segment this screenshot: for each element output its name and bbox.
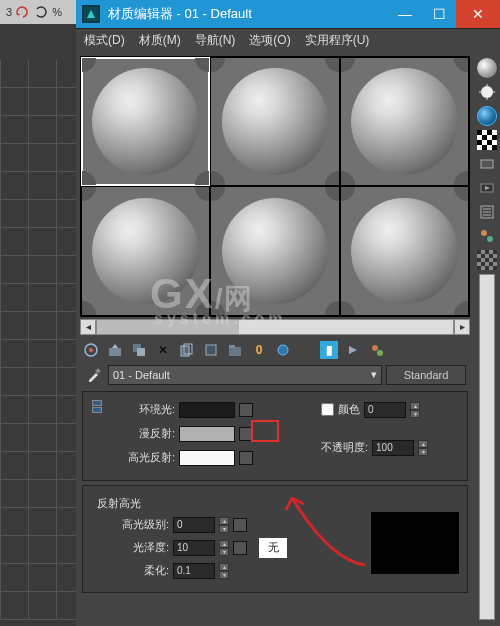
make-preview-icon[interactable]: [477, 178, 497, 198]
ambient-map-button[interactable]: [239, 403, 253, 417]
go-forward-icon[interactable]: [344, 341, 362, 359]
shader-type-button[interactable]: Standard: [386, 365, 466, 385]
svg-point-15: [481, 86, 493, 98]
svg-point-11: [278, 345, 288, 355]
sample-slot-4[interactable]: [81, 186, 210, 315]
svg-rect-16: [481, 160, 493, 168]
color-checkbox[interactable]: [321, 403, 334, 416]
sample-slot-1[interactable]: [81, 57, 210, 186]
sidebar-vscroll[interactable]: [479, 274, 495, 620]
specular-highlight-title: 反射高光: [97, 496, 461, 511]
color-spinner[interactable]: 0: [364, 402, 406, 418]
select-by-material-icon[interactable]: [477, 226, 497, 246]
material-editor-window: 材质编辑器 - 01 - Default — ☐ ✕ 模式(D) 材质(M) 导…: [76, 0, 500, 626]
backlight-icon[interactable]: [477, 82, 497, 102]
specular-level-arrows[interactable]: ▴▾: [219, 517, 229, 533]
material-toolbar: ✕ 0 ▮: [80, 337, 470, 363]
eyedropper-icon[interactable]: [84, 365, 104, 385]
maximize-button[interactable]: ☐: [422, 0, 456, 28]
ambient-diffuse-lock-icon[interactable]: [89, 400, 105, 472]
menubar: 模式(D) 材质(M) 导航(N) 选项(O) 实用程序(U): [76, 28, 500, 52]
svg-point-12: [372, 345, 378, 351]
specular-label: 高光反射:: [113, 450, 175, 465]
svg-point-20: [487, 236, 493, 242]
material-name: 01 - Default: [113, 369, 170, 381]
menu-utilities[interactable]: 实用程序(U): [305, 32, 370, 49]
diffuse-color-swatch[interactable]: [179, 426, 235, 442]
sample-type-icon[interactable]: [477, 58, 497, 78]
annotation-highlight-box: [251, 420, 279, 442]
menu-navigate[interactable]: 导航(N): [195, 32, 236, 49]
none-button[interactable]: 无: [259, 538, 287, 558]
rotate-icon: [34, 5, 48, 19]
ambient-color-swatch[interactable]: [179, 402, 235, 418]
glossiness-spinner[interactable]: 10: [173, 540, 215, 556]
opacity-label: 不透明度:: [321, 440, 368, 455]
soften-arrows[interactable]: ▴▾: [219, 563, 229, 579]
put-to-scene-icon[interactable]: [106, 341, 124, 359]
minimize-button[interactable]: —: [388, 0, 422, 28]
sample-hscroll[interactable]: ◂ ▸: [80, 319, 470, 335]
specular-level-spinner[interactable]: 0: [173, 517, 215, 533]
svg-rect-8: [206, 345, 216, 355]
sample-slot-3[interactable]: [340, 57, 469, 186]
reset-map-icon[interactable]: ✕: [154, 341, 172, 359]
material-name-select[interactable]: 01 - Default: [108, 365, 382, 385]
pick-from-object-icon[interactable]: [368, 341, 386, 359]
material-id-icon[interactable]: 0: [250, 341, 268, 359]
scroll-left-arrow[interactable]: ◂: [80, 319, 96, 335]
video-color-check-icon[interactable]: [477, 154, 497, 174]
specular-map-button[interactable]: [239, 451, 253, 465]
window-titlebar[interactable]: 材质编辑器 - 01 - Default — ☐ ✕: [76, 0, 500, 28]
show-end-result-icon[interactable]: [298, 342, 314, 358]
opacity-spinner-arrows[interactable]: ▴▾: [418, 440, 428, 456]
assign-to-selection-icon[interactable]: [130, 341, 148, 359]
material-map-navigator-icon[interactable]: [477, 250, 497, 270]
viewport-zoom-readout: 3 %: [0, 0, 76, 24]
sidebar-tools: [474, 52, 500, 626]
ambient-label: 环境光:: [113, 402, 175, 417]
specular-color-swatch[interactable]: [179, 450, 235, 466]
soften-label: 柔化:: [89, 563, 169, 578]
svg-rect-10: [229, 345, 235, 348]
close-button[interactable]: ✕: [456, 0, 500, 28]
svg-rect-5: [137, 348, 145, 356]
menu-options[interactable]: 选项(O): [249, 32, 290, 49]
app-icon: [82, 5, 100, 23]
window-title: 材质编辑器 - 01 - Default: [108, 5, 388, 23]
put-to-library-icon[interactable]: [226, 341, 244, 359]
specular-level-map-button[interactable]: [233, 518, 247, 532]
get-material-icon[interactable]: [82, 341, 100, 359]
sample-slots-grid: [80, 56, 470, 317]
svg-point-19: [481, 230, 487, 236]
glossiness-label: 光泽度:: [89, 540, 169, 555]
viewport-grid: [0, 60, 76, 620]
sample-uv-tiling-icon[interactable]: [477, 130, 497, 150]
color-label: 颜色: [338, 402, 360, 417]
svg-point-13: [377, 350, 383, 356]
menu-material[interactable]: 材质(M): [139, 32, 181, 49]
opacity-spinner[interactable]: 100: [372, 440, 414, 456]
scroll-right-arrow[interactable]: ▸: [454, 319, 470, 335]
diffuse-label: 漫反射:: [113, 426, 175, 441]
svg-rect-14: [95, 368, 101, 374]
soften-spinner[interactable]: 0.1: [173, 563, 215, 579]
make-copy-icon[interactable]: [178, 341, 196, 359]
reset-rotation-icon: [16, 5, 30, 19]
go-to-parent-icon[interactable]: ▮: [320, 341, 338, 359]
options-icon[interactable]: [477, 202, 497, 222]
make-unique-icon[interactable]: [202, 341, 220, 359]
glossiness-map-button[interactable]: [233, 541, 247, 555]
specular-level-label: 高光级别:: [89, 517, 169, 532]
glossiness-arrows[interactable]: ▴▾: [219, 540, 229, 556]
scroll-track[interactable]: [96, 319, 454, 335]
sample-slot-2[interactable]: [210, 57, 339, 186]
menu-mode[interactable]: 模式(D): [84, 32, 125, 49]
sample-slot-5[interactable]: [210, 186, 339, 315]
color-spinner-arrows[interactable]: ▴▾: [410, 402, 420, 418]
svg-rect-9: [229, 347, 241, 356]
show-in-viewport-icon[interactable]: [274, 341, 292, 359]
sample-slot-6[interactable]: [340, 186, 469, 315]
background-icon[interactable]: [477, 106, 497, 126]
svg-rect-3: [109, 348, 121, 356]
